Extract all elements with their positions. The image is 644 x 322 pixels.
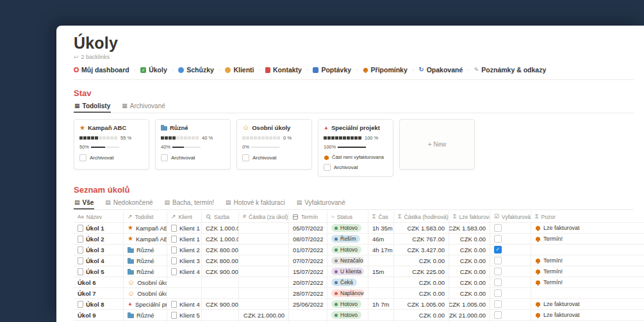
cell-termin[interactable]: 28/07/2022 bbox=[289, 288, 327, 299]
cell-lze-fakturovat[interactable]: CZK 0.00 bbox=[449, 277, 490, 288]
breadcrumb-item-1[interactable]: ✓Úkoly bbox=[140, 66, 167, 74]
cell-klient[interactable]: Klient 1 bbox=[167, 223, 202, 234]
column-header-10[interactable]: ☑Vyfakturováno bbox=[490, 211, 531, 223]
cell-cas[interactable]: 15m bbox=[368, 266, 394, 277]
cell-status[interactable]: Hotovo bbox=[327, 310, 368, 321]
cell-termin[interactable]: 01/07/2022 bbox=[289, 245, 327, 255]
cell-vyfakturovano[interactable] bbox=[490, 288, 531, 299]
column-header-3[interactable]: Sazba bbox=[202, 211, 239, 223]
cell-vyfakturovano[interactable] bbox=[490, 310, 531, 321]
cell-klient[interactable] bbox=[167, 277, 202, 288]
stav-tab-1[interactable]: ▦Archivované bbox=[121, 101, 166, 113]
cell-lze-fakturovat[interactable]: CZK 0.00 bbox=[449, 266, 490, 277]
cell-todolist[interactable]: ☺Osobní úkoly bbox=[124, 288, 167, 299]
cell-castka-za-ukol[interactable] bbox=[239, 234, 289, 245]
cell-nazev[interactable]: Úkol 4 bbox=[74, 255, 124, 266]
cell-sazba[interactable]: CZK 1.000.00 bbox=[202, 223, 239, 234]
cell-vyfakturovano[interactable] bbox=[490, 266, 531, 277]
cell-vyfakturovano[interactable] bbox=[490, 234, 531, 245]
status-badge[interactable]: Naplánovat bbox=[331, 289, 364, 297]
cell-pozor[interactable]: Termín! bbox=[531, 266, 644, 277]
cell-termin[interactable]: 08/07/2022 bbox=[289, 234, 327, 245]
cell-pozor[interactable]: Termín! bbox=[531, 234, 644, 245]
cell-castka-hodinova[interactable]: CZK 767.00 bbox=[394, 234, 449, 245]
cell-klient[interactable]: Klient 5 bbox=[167, 310, 202, 321]
todolist-card-0[interactable]: ★Kampaň ABC55 %50%Archivovat bbox=[74, 119, 149, 170]
table-row[interactable]: Úkol 3RůznéKlient 2CZK 800.0001/07/2022H… bbox=[74, 245, 644, 255]
cell-termin[interactable]: 25/06/2022 bbox=[289, 299, 327, 310]
archive-checkbox[interactable] bbox=[79, 154, 87, 161]
table-row[interactable]: Úkol 1★Kampaň ABCKlient 1CZK 1.000.0005/… bbox=[74, 223, 644, 234]
cell-klient[interactable]: Klient 3 bbox=[167, 255, 202, 266]
cell-termin[interactable]: 15/07/2022 bbox=[289, 266, 327, 277]
cell-todolist[interactable]: Různé bbox=[124, 255, 167, 266]
column-header-7[interactable]: ΣČas bbox=[368, 211, 394, 223]
cell-sazba[interactable]: CZK 800.00 bbox=[202, 255, 239, 266]
cell-lze-fakturovat[interactable]: CZK 1.583.00 bbox=[449, 223, 490, 234]
cell-vyfakturovano[interactable] bbox=[490, 299, 531, 310]
table-row[interactable]: Úkol 2★Kampaň ABCKlient 1CZK 1.000.0008/… bbox=[74, 234, 644, 245]
cell-castka-hodinova[interactable]: CZK 0.00 bbox=[394, 255, 449, 266]
cell-castka-hodinova[interactable]: CZK 0.00 bbox=[394, 310, 449, 321]
cell-castka-hodinova[interactable]: CZK 225.00 bbox=[394, 266, 449, 277]
table-row[interactable]: Úkol 4RůznéKlient 3CZK 800.0007/07/2022N… bbox=[74, 255, 644, 266]
cell-pozor[interactable] bbox=[531, 288, 644, 299]
archive-checkbox[interactable] bbox=[161, 154, 168, 161]
column-header-2[interactable]: ↗Klient bbox=[167, 211, 202, 223]
cell-sazba[interactable]: CZK 900.00 bbox=[202, 266, 239, 277]
cell-todolist[interactable]: ☺Osobní úkoly bbox=[124, 277, 167, 288]
column-header-9[interactable]: ΣLze fakturovat bbox=[449, 211, 490, 223]
new-card-button[interactable]: + New bbox=[399, 119, 475, 170]
breadcrumb-item-5[interactable]: Poptávky bbox=[313, 66, 351, 74]
stav-tab-0[interactable]: ▦Todolisty bbox=[74, 101, 111, 113]
cell-termin[interactable]: 05/07/2022 bbox=[289, 223, 327, 234]
cell-status[interactable]: Hotovo bbox=[327, 299, 368, 310]
cell-todolist[interactable]: Různé bbox=[124, 310, 167, 321]
status-badge[interactable]: Hotovo bbox=[331, 311, 361, 319]
cell-castka-hodinova[interactable]: CZK 3.427.00 bbox=[394, 245, 449, 255]
cell-cas[interactable]: 1h 7m bbox=[368, 299, 394, 310]
status-badge[interactable]: Hotovo bbox=[331, 300, 361, 308]
cell-sazba[interactable] bbox=[202, 310, 239, 321]
cell-nazev[interactable]: Úkol 2 bbox=[74, 234, 124, 245]
cell-lze-fakturovat[interactable]: CZK 0.00 bbox=[449, 245, 490, 255]
cell-castka-za-ukol[interactable] bbox=[239, 245, 289, 255]
column-header-0[interactable]: AaNázev bbox=[74, 211, 124, 223]
breadcrumb-item-3[interactable]: Klienti bbox=[225, 66, 254, 74]
cell-nazev[interactable]: Úkol 3 bbox=[74, 245, 124, 255]
todolist-card-3[interactable]: ▲Speciální projekt100 %100%Část není vyf… bbox=[318, 119, 393, 177]
cell-castka-za-ukol[interactable] bbox=[239, 277, 289, 288]
cell-vyfakturovano[interactable] bbox=[490, 245, 531, 255]
cell-todolist[interactable]: Různé bbox=[124, 266, 167, 277]
column-header-4[interactable]: #Částka (za úkol) bbox=[239, 211, 289, 223]
cell-cas[interactable] bbox=[368, 255, 394, 266]
cell-sazba[interactable]: CZK 1.000.00 bbox=[202, 234, 239, 245]
invoiced-checkbox[interactable] bbox=[494, 278, 502, 286]
cell-todolist[interactable]: ★Kampaň ABC bbox=[124, 223, 167, 234]
cell-nazev[interactable]: Úkol 6 bbox=[74, 277, 124, 288]
breadcrumb-item-6[interactable]: Připomínky bbox=[363, 66, 408, 74]
cell-vyfakturovano[interactable] bbox=[490, 255, 531, 266]
cell-status[interactable]: Řeším bbox=[327, 234, 368, 245]
cell-status[interactable]: Naplánovat bbox=[327, 288, 368, 299]
invoiced-checkbox[interactable] bbox=[494, 235, 502, 243]
seznam-tab-0[interactable]: ▤Vše bbox=[74, 198, 94, 209]
cell-status[interactable]: U klienta bbox=[327, 266, 368, 277]
cell-klient[interactable] bbox=[167, 288, 202, 299]
cell-status[interactable]: Čeká bbox=[327, 277, 368, 288]
cell-castka-hodinova[interactable]: CZK 0.00 bbox=[394, 288, 449, 299]
invoiced-checkbox[interactable] bbox=[494, 300, 502, 308]
invoiced-checkbox[interactable] bbox=[494, 257, 502, 264]
cell-lze-fakturovat[interactable]: CZK 0.00 bbox=[449, 288, 490, 299]
breadcrumb-item-7[interactable]: ↻Opakované bbox=[418, 66, 463, 74]
todolist-card-2[interactable]: ☺Osobní úkoly0 %0%Archivovat bbox=[236, 119, 312, 170]
cell-castka-za-ukol[interactable] bbox=[239, 223, 289, 234]
column-header-5[interactable]: Termín bbox=[289, 211, 327, 223]
cell-sazba[interactable]: CZK 900.00 bbox=[202, 299, 239, 310]
status-badge[interactable]: Nezačalo se bbox=[331, 257, 364, 264]
archive-checkbox[interactable] bbox=[242, 154, 249, 161]
cell-lze-fakturovat[interactable]: CZK 1.005.00 bbox=[449, 299, 490, 310]
seznam-tab-4[interactable]: ▤Vyfakturované bbox=[296, 198, 346, 209]
cell-lze-fakturovat[interactable]: CZK 0.00 bbox=[449, 255, 490, 266]
cell-nazev[interactable]: Úkol 7 bbox=[74, 288, 124, 299]
